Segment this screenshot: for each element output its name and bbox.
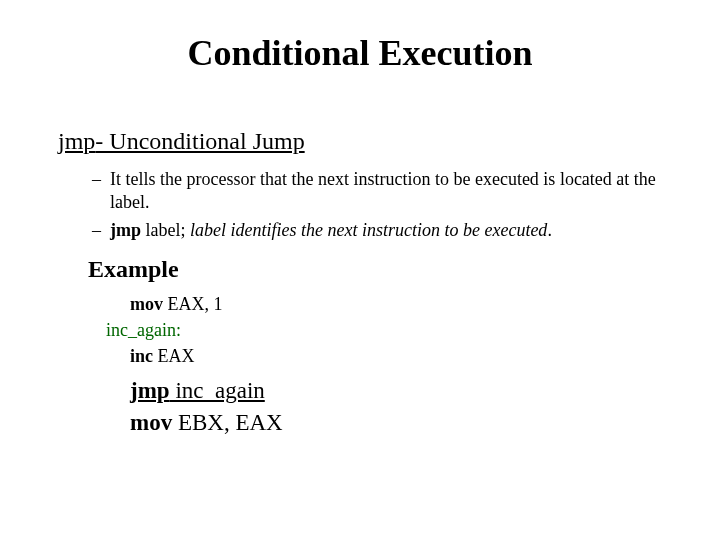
code-mov: mov <box>130 410 172 435</box>
bullet-label-word: label; <box>141 220 185 240</box>
code-rest: inc_again <box>170 378 265 403</box>
slide: Conditional Execution jmp- Unconditional… <box>0 0 720 540</box>
code-rest: EBX, EAX <box>172 410 283 435</box>
bullet-item: – jmp label; label identifies the next i… <box>92 219 670 242</box>
bullet-item: – It tells the processor that the next i… <box>92 168 670 215</box>
code-line-3: inc EAX <box>130 346 195 367</box>
code-rest: EAX, 1 <box>163 294 223 314</box>
subheading-rest: - Unconditional Jump <box>95 128 304 154</box>
code-mov: mov <box>130 294 163 314</box>
bullet-text: jmp label; label identifies the next ins… <box>110 219 670 242</box>
slide-title: Conditional Execution <box>0 32 720 74</box>
code-line-2-label: inc_again: <box>106 320 181 341</box>
code-rest: EAX <box>153 346 195 366</box>
code-line-1: mov EAX, 1 <box>130 294 223 315</box>
example-heading: Example <box>88 256 179 283</box>
bullet-dash: – <box>92 168 110 215</box>
bullet-list: – It tells the processor that the next i… <box>92 168 670 246</box>
subheading: jmp- Unconditional Jump <box>58 128 305 155</box>
code-jmp: jmp <box>130 378 170 403</box>
bullet-period: . <box>547 220 552 240</box>
code-inc: inc <box>130 346 153 366</box>
subheading-mnemonic: jmp <box>58 128 95 154</box>
code-line-4: jmp inc_again <box>130 378 265 404</box>
bullet-jmp: jmp <box>110 220 141 240</box>
code-line-5: mov EBX, EAX <box>130 410 283 436</box>
bullet-italic: label identifies the next instruction to… <box>185 220 547 240</box>
bullet-text: It tells the processor that the next ins… <box>110 168 670 215</box>
bullet-dash: – <box>92 219 110 242</box>
